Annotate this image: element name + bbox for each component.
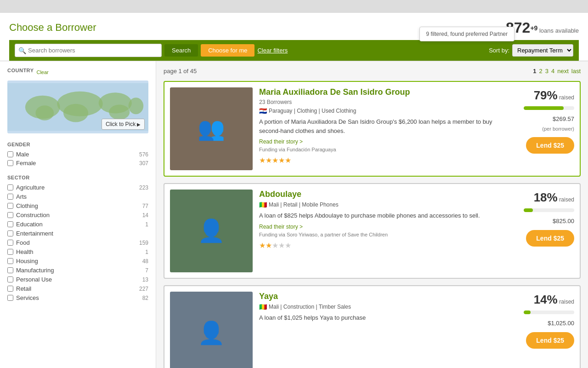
sector-checkbox[interactable]	[7, 230, 13, 236]
loan-photo: 👤	[170, 190, 253, 272]
sector-label: Housing	[16, 258, 133, 264]
loan-location: 🇵🇾 Paraguay | Clothing | Used Clothing	[259, 107, 503, 115]
loan-info: Abdoulaye 🇲🇱 Mali | Retail | Mobile Phon…	[259, 190, 503, 272]
svg-point-4	[63, 104, 88, 122]
gender-title: GENDER	[7, 142, 148, 147]
sector-label: Services	[16, 294, 133, 301]
sector-checkbox[interactable]	[7, 295, 13, 301]
loan-info: Yaya 🇲🇱 Mali | Construction | Timber Sal…	[259, 292, 503, 368]
read-story-link[interactable]: Read their story >	[259, 224, 303, 230]
loan-amount: $1,025.00	[548, 320, 574, 327]
sector-filter-row: Retail 227	[7, 285, 148, 292]
flag-icon: 🇲🇱	[259, 303, 267, 310]
loan-country: Mali | Retail | Mobile Phones	[269, 201, 339, 208]
gender-checkbox[interactable]	[7, 160, 13, 166]
progress-bar-fill	[524, 106, 564, 110]
loan-side: 79% raised $269.57 (per borrower) Lend $…	[510, 87, 574, 170]
loan-photo: 👥	[170, 87, 253, 170]
sector-filter-row: Agriculture 223	[7, 184, 148, 191]
loans-label: loans available	[539, 27, 579, 34]
loan-side: 18% raised $825.00 Lend $25	[510, 190, 574, 272]
gender-label: Male	[16, 151, 133, 158]
page-link-2[interactable]: 2	[539, 68, 542, 75]
sector-label: Education	[16, 221, 133, 228]
sector-count: 48	[136, 258, 148, 264]
page-link-1[interactable]: 1	[533, 68, 536, 75]
sort-select[interactable]: Repayment Term	[512, 44, 573, 57]
sector-filter-row: Housing 48	[7, 258, 148, 264]
loan-amount: $825.00	[553, 218, 574, 224]
sector-count: 159	[136, 240, 148, 246]
star-icon: ★	[259, 242, 266, 249]
pagination-info: page 1 of 45	[164, 68, 197, 75]
loan-name[interactable]: Abdoulaye	[259, 190, 503, 199]
flag-icon: 🇲🇱	[259, 201, 267, 208]
sector-label: Health	[16, 248, 133, 255]
sector-label: Entertainment	[16, 230, 133, 237]
sector-checkbox[interactable]	[7, 212, 13, 218]
lend-button[interactable]: Lend $25	[526, 137, 574, 154]
search-bar: 🔍 Search Choose for me Clear filters Sor…	[9, 40, 579, 61]
loan-card: 👤 Yaya 🇲🇱 Mali | Construction | Timber S…	[164, 285, 581, 368]
choose-for-me-button[interactable]: Choose for me	[201, 44, 254, 57]
star-icon: ★	[285, 156, 291, 164]
sector-checkbox[interactable]	[7, 194, 13, 200]
loan-info: Maria Auxiliadora De San Isidro Group 23…	[259, 87, 503, 170]
sector-count: 223	[136, 184, 148, 191]
loans-available: 872+9 loans available	[506, 19, 579, 36]
page-link-3[interactable]: 3	[545, 68, 548, 75]
star-icon: ★	[259, 156, 266, 164]
loan-amount: $269.57	[553, 115, 574, 122]
loan-description: A portion of Maria Auxiliadora De San Is…	[259, 117, 503, 135]
sort-label: Sort by:	[489, 47, 509, 54]
search-button[interactable]: Search	[164, 44, 198, 57]
search-icon: 🔍	[18, 47, 26, 54]
loan-name[interactable]: Maria Auxiliadora De San Isidro Group	[259, 87, 503, 97]
funding-partner: Funding via Soro Yiriwaso, a partner of …	[259, 232, 503, 237]
sector-checkbox[interactable]	[7, 286, 13, 292]
lend-button[interactable]: Lend $25	[526, 332, 574, 349]
click-to-pick[interactable]: Click to Pick	[102, 119, 145, 130]
page-link-4[interactable]: 4	[551, 68, 554, 75]
loan-description: A loan of $825 helps Abdoulaye to purcha…	[259, 211, 503, 220]
loan-raised-label: raised	[559, 196, 574, 203]
search-input[interactable]	[15, 44, 162, 57]
read-story-link[interactable]: Read their story >	[259, 138, 303, 145]
lend-button[interactable]: Lend $25	[526, 230, 574, 247]
page-link-next[interactable]: next	[557, 68, 569, 75]
sector-label: Construction	[16, 212, 133, 218]
sector-checkbox[interactable]	[7, 258, 13, 264]
svg-point-7	[129, 98, 144, 114]
clear-filters-button[interactable]: Clear filters	[257, 47, 288, 54]
search-wrap: 🔍	[15, 44, 162, 57]
sector-checkbox[interactable]	[7, 203, 13, 209]
main-content: page 1 of 45 1 2 3 4 next last 👥 Maria A…	[156, 61, 588, 368]
loan-name[interactable]: Yaya	[259, 292, 503, 301]
sector-checkbox[interactable]	[7, 249, 13, 255]
sector-filter-row: Entertainment	[7, 230, 148, 237]
progress-bar-wrap	[524, 208, 574, 212]
map-container[interactable]: Click to Pick	[7, 80, 148, 133]
sector-checkbox[interactable]	[7, 221, 13, 227]
loan-card: 👤 Abdoulaye 🇲🇱 Mali | Retail | Mobile Ph…	[164, 183, 581, 279]
loan-pct: 14%	[534, 293, 558, 306]
loan-description: A loan of $1,025 helps Yaya to purchase	[259, 313, 503, 322]
loan-card: 👥 Maria Auxiliadora De San Isidro Group …	[164, 81, 581, 177]
sector-checkbox[interactable]	[7, 276, 13, 282]
country-clear-link[interactable]: Clear	[36, 69, 48, 75]
page-link-last[interactable]: last	[571, 68, 581, 75]
sector-label: Clothing	[16, 202, 133, 209]
sector-count: 227	[136, 286, 148, 292]
gender-checkbox[interactable]	[7, 151, 13, 157]
sector-checkbox[interactable]	[7, 240, 13, 246]
sector-count: 1	[136, 249, 148, 255]
gender-count: 307	[136, 160, 148, 167]
sector-label: Arts	[16, 193, 133, 200]
sector-count: 7	[136, 267, 148, 274]
sector-checkbox[interactable]	[7, 267, 13, 273]
star-icon: ★	[278, 242, 285, 249]
star-icon: ★	[285, 242, 291, 249]
sector-checkbox[interactable]	[7, 184, 13, 190]
progress-bar-wrap	[524, 310, 574, 314]
page-title: Choose a Borrower	[9, 22, 96, 34]
